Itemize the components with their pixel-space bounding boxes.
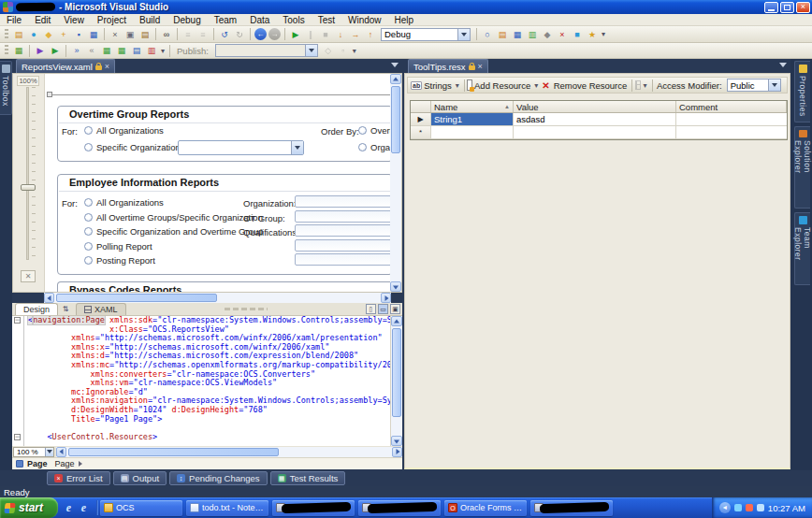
access-modifier-combo[interactable]: Public [727,79,781,92]
taskbar-button-oracle-forms-builder-[interactable]: OOracle Forms Builder ... [444,500,527,516]
grid-header-value[interactable]: Value [514,101,676,112]
toolbar-overflow-icon[interactable]: ▾ [602,30,605,38]
close-icon[interactable]: × [478,63,483,71]
tray-icon[interactable] [734,504,742,511]
scroll-right-icon[interactable] [392,447,402,457]
chevron-down-icon[interactable] [291,141,303,154]
cut-icon[interactable]: × [109,28,122,41]
radio-icon[interactable] [84,256,93,265]
uncomment-icon[interactable]: ≡ [196,28,210,41]
taskbar-button-todo-txt-notepad[interactable]: todo.txt - Notepad [186,500,268,516]
launch-icon[interactable]: e [78,502,90,514]
start-page-icon[interactable]: ★ [586,28,599,41]
close-icon[interactable]: × [105,63,109,71]
code-vertical-scrollbar[interactable] [391,316,402,446]
menu-edit[interactable]: Edit [28,14,57,26]
chevron-down-icon[interactable] [768,79,780,91]
new-project-icon[interactable]: ▤ [12,28,25,41]
zoom-slider-handle[interactable] [21,184,36,191]
radio-organizatio[interactable]: Organizatio [358,142,390,152]
publish-run-icon[interactable]: ◇ [322,44,335,57]
sidebar-item-properties[interactable]: Properties [794,61,810,122]
fold-collapse-icon[interactable]: – [14,434,21,440]
cancel-build-icon[interactable]: ▥ [145,44,158,57]
menu-team[interactable]: Team [208,14,243,26]
redo-icon[interactable]: ↻ [233,28,246,41]
immediate-window-icon[interactable]: ■ [571,28,584,41]
organization-combo[interactable] [178,140,304,155]
grid-header-name[interactable]: Name▲ [431,101,514,112]
menu-build[interactable]: Build [133,14,167,26]
cell-name[interactable]: String1 [431,113,514,125]
radio-icon[interactable] [84,227,93,236]
collapse-pane-icon[interactable]: ▣ [390,304,400,314]
radio-all-organizations[interactable]: All Organizations [84,197,164,208]
detach-icon[interactable]: « [85,44,98,57]
field-input[interactable] [295,224,390,237]
cell-comment[interactable] [676,113,787,125]
solution-explorer-icon[interactable]: ▤ [496,28,509,41]
radio-icon[interactable] [84,213,93,222]
save-icon[interactable]: ▪ [72,28,85,41]
scroll-left-icon[interactable] [44,293,54,303]
grid-header-comment[interactable]: Comment [676,101,787,112]
navigate-back-icon[interactable]: ← [254,28,267,40]
row-selector[interactable]: ▶ [411,113,431,125]
designer-horizontal-scrollbar[interactable] [44,293,391,303]
copy-icon[interactable]: ▣ [123,28,137,41]
taskbar-button-redacted[interactable] [530,500,613,516]
tab-list-chevron-icon[interactable] [779,63,787,71]
sidebar-item-team-explorer[interactable]: Team Explorer [794,212,810,285]
editor-zoom-combo[interactable]: 100 % [13,447,54,457]
toolbox-icon[interactable]: ◆ [541,28,554,41]
scroll-up-icon[interactable] [390,74,401,84]
code-horizontal-scrollbar[interactable] [56,447,402,457]
run-tests-icon[interactable]: ▶ [49,44,62,57]
tab-xaml[interactable]: XAML [76,303,126,315]
publish-combo[interactable] [215,44,318,57]
tab-tooltips-resx[interactable]: ToolTips.resx × [408,59,488,73]
sidebar-item-toolbox[interactable]: Toolbox [0,61,12,115]
strings-dropdown[interactable]: Strings [424,80,452,91]
toolbar-overflow-icon[interactable]: ▾ [161,47,165,55]
radio-icon[interactable] [358,143,367,151]
scroll-down-icon[interactable] [391,436,402,446]
tray-icon[interactable] [746,504,753,511]
save-all-icon[interactable]: ▦ [87,28,100,41]
rebuild-solution-icon[interactable]: ▦ [115,44,128,57]
restore-button[interactable] [780,2,794,13]
menu-test[interactable]: Test [312,14,341,26]
designer-vertical-scrollbar[interactable] [390,74,401,292]
attach-icon[interactable]: » [70,44,83,57]
scroll-down-icon[interactable] [390,281,401,292]
tab-design[interactable]: Design [15,303,58,315]
cell-name[interactable] [431,126,514,138]
splitter-grip[interactable] [225,308,268,310]
field-input[interactable] [295,239,390,252]
scrollbar-thumb[interactable] [56,294,217,302]
scrollbar-thumb[interactable] [392,328,401,417]
app-icon[interactable] [3,2,13,12]
row-selector[interactable]: * [411,126,431,138]
menu-data[interactable]: Data [243,14,276,26]
add-item-icon[interactable]: + [57,28,70,41]
open-file-icon[interactable]: ◆ [42,28,55,41]
scroll-right-icon[interactable] [381,293,391,303]
tab-test-results[interactable]: ▦Test Results [270,471,346,485]
scroll-up-icon[interactable] [391,316,402,326]
object-browser-icon[interactable]: ▥ [526,28,539,41]
swap-panes-icon[interactable]: ⇅ [58,304,73,315]
ie-icon[interactable]: e [63,502,75,514]
cell-value[interactable]: asdasd [514,113,676,125]
radio-specific-organization-and-overtime-group[interactable]: Specific Organization and Overtime Group [84,226,263,237]
code-line[interactable]: – <UserControl.Resources> [12,433,390,442]
menu-help[interactable]: Help [388,14,421,26]
chevron-down-icon[interactable]: ▾ [643,81,646,90]
radio-icon[interactable] [84,143,93,151]
adorner-handle[interactable] [47,92,52,97]
zoom-slider-track[interactable] [26,87,29,260]
publish-edit-icon[interactable]: ▫ [337,44,350,57]
radio-icon[interactable] [358,126,367,135]
scrollbar-thumb[interactable] [68,448,279,456]
radio-icon[interactable] [84,242,93,251]
